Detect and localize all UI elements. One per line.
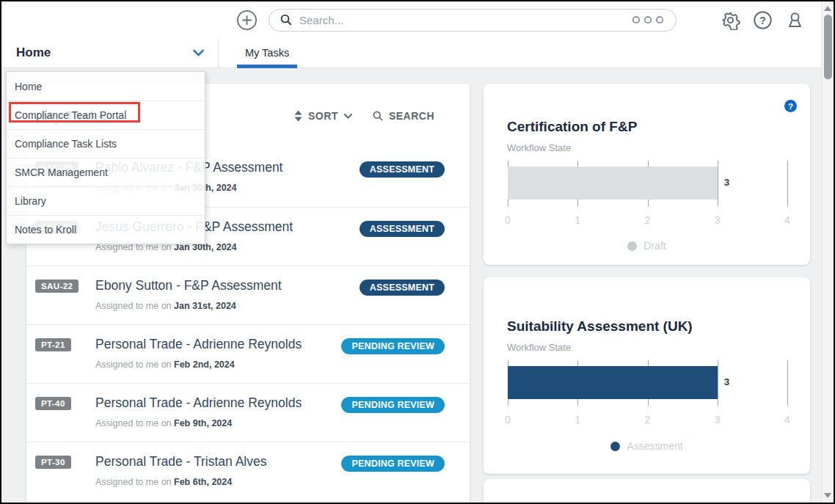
task-assigned-date: Feb 2nd, 2024: [174, 359, 235, 370]
help-icon: ?: [753, 10, 773, 30]
task-assigned-text: Assigned to me on Feb 2nd, 2024: [95, 359, 235, 370]
vertical-scrollbar[interactable]: [821, 1, 834, 503]
tab-my-tasks-label: My Tasks: [245, 47, 289, 59]
task-assigned-text: Assigned to me on Feb 9th, 2024: [95, 418, 232, 428]
task-assigned-text: Assigned to me on Feb 6th, 2024: [95, 477, 232, 487]
axis-tick: [718, 161, 718, 206]
task-row[interactable]: PT-21 Personal Trade - Adrienne Reynolds…: [26, 324, 470, 383]
sort-arrows-icon: [293, 110, 303, 122]
task-row[interactable]: PT-40 Personal Trade - Adrienne Reynolds…: [26, 383, 470, 442]
task-title: Ebony Sutton - F&P Assessment: [95, 278, 282, 293]
search-control[interactable]: SEARCH: [372, 110, 434, 122]
advanced-search-button[interactable]: [630, 15, 666, 25]
tab-my-tasks[interactable]: My Tasks: [237, 38, 297, 67]
x-tick-label: 4: [784, 414, 790, 426]
menu-item-library[interactable]: Library: [7, 186, 205, 215]
status-badge: ASSESSMENT: [360, 280, 445, 296]
chart-card-suitability: Suitability Assessment (UK) Workflow Sta…: [484, 277, 810, 474]
chevron-down-icon: [192, 48, 205, 57]
menu-item-compliance-team-portal[interactable]: Compliance Team Portal: [7, 101, 205, 129]
svg-text:?: ?: [759, 14, 766, 26]
task-id-badge: PT-40: [35, 397, 71, 410]
home-dropdown-trigger[interactable]: Home: [1, 38, 219, 67]
chart-legend: Assessment: [484, 440, 810, 452]
x-tick-label: 0: [505, 214, 511, 226]
legend-label: Draft: [643, 240, 666, 252]
sort-label: SORT: [308, 110, 338, 122]
chart-help-icon[interactable]: ?: [784, 100, 797, 112]
x-tick-label: 2: [645, 414, 651, 426]
task-title: Personal Trade - Adrienne Reynolds: [95, 337, 302, 352]
task-id-badge: PT-30: [35, 456, 71, 469]
chart-card-partial: [484, 479, 810, 503]
home-dropdown-label: Home: [16, 45, 51, 60]
bar: [508, 366, 718, 399]
top-bar: Search... ?: [1, 1, 821, 38]
scroll-up-arrow-icon[interactable]: [824, 6, 831, 11]
axis-tick: [787, 360, 788, 406]
axis-tick: [787, 161, 788, 206]
task-id-badge: SAU-22: [35, 280, 79, 293]
menu-item-compliance-task-lists[interactable]: Compliance Task Lists: [7, 129, 205, 158]
chart-title: Certification of F&P: [507, 119, 637, 135]
status-badge: PENDING REVIEW: [341, 338, 445, 354]
task-assigned-date: Jan 31st, 2024: [174, 301, 236, 311]
task-id-badge: PT-21: [35, 338, 71, 351]
settings-button[interactable]: [721, 10, 740, 30]
task-assigned-date: Feb 6th, 2024: [174, 477, 232, 487]
bar-chart-plot: 3: [508, 360, 787, 406]
menu-item-smcr-management[interactable]: SMCR Management: [7, 158, 205, 186]
chart-title: Suitability Assessment (UK): [507, 318, 693, 335]
legend-dot: [627, 241, 637, 251]
status-badge: ASSESSMENT: [360, 221, 445, 237]
more-options-icon: [630, 15, 666, 25]
bar: [508, 167, 718, 200]
chart-card-certification: ? Certification of F&P Workflow State 3 …: [484, 84, 810, 265]
profile-button[interactable]: [785, 10, 805, 30]
bar-value-label: 3: [724, 376, 730, 387]
scrollbar-thumb[interactable]: [824, 15, 832, 79]
plus-circle-icon: [236, 10, 258, 31]
task-assigned-text: Assigned to me on Jan 31st, 2024: [95, 301, 236, 311]
x-tick-label: 1: [575, 414, 580, 426]
help-button[interactable]: ?: [753, 10, 773, 30]
sort-control[interactable]: SORT: [293, 110, 353, 122]
legend-label: Assessment: [627, 440, 682, 452]
status-badge: PENDING REVIEW: [341, 456, 445, 472]
create-new-button[interactable]: [236, 10, 258, 31]
gear-icon: [721, 10, 740, 30]
chart-legend: Draft: [484, 240, 810, 252]
status-badge: ASSESSMENT: [360, 161, 445, 178]
x-axis-labels: 0 1 2 3 4: [508, 414, 787, 426]
bar-value-label: 3: [724, 177, 730, 188]
search-label: SEARCH: [389, 110, 434, 122]
chart-subtitle: Workflow State: [507, 142, 571, 153]
x-axis-labels: 0 1 2 3 4: [508, 214, 787, 226]
task-row[interactable]: SAU-22 Ebony Sutton - F&P Assessment Ass…: [26, 266, 470, 324]
list-search-icon: [372, 110, 384, 122]
nav-row: Home My Tasks: [1, 38, 821, 68]
legend-dot: [610, 442, 620, 451]
task-row[interactable]: PT-30 Personal Trade - Tristan Alves Ass…: [26, 442, 470, 500]
user-icon: [785, 10, 805, 30]
task-title: Personal Trade - Tristan Alves: [95, 454, 266, 470]
x-tick-label: 1: [575, 214, 580, 226]
x-tick-label: 2: [645, 214, 651, 226]
x-tick-label: 4: [784, 214, 790, 226]
bar-chart-plot: 3: [508, 161, 787, 206]
menu-item-notes-to-kroll[interactable]: Notes to Kroll: [7, 215, 205, 244]
search-icon: [280, 13, 293, 26]
sort-chevron-down-icon: [343, 113, 353, 120]
task-title: Personal Trade - Adrienne Reynolds: [95, 395, 302, 411]
menu-item-home[interactable]: Home: [7, 72, 205, 101]
search-placeholder: Search...: [299, 14, 630, 26]
global-search-input[interactable]: Search...: [269, 9, 677, 32]
axis-tick: [718, 360, 718, 406]
x-tick-label: 3: [715, 414, 721, 426]
scroll-down-arrow-icon[interactable]: [824, 493, 831, 498]
home-dropdown-menu: Home Compliance Team Portal Compliance T…: [6, 71, 205, 244]
status-badge: PENDING REVIEW: [341, 397, 445, 413]
x-tick-label: 0: [505, 414, 511, 426]
chart-subtitle: Workflow State: [507, 342, 571, 353]
x-tick-label: 3: [715, 214, 721, 226]
